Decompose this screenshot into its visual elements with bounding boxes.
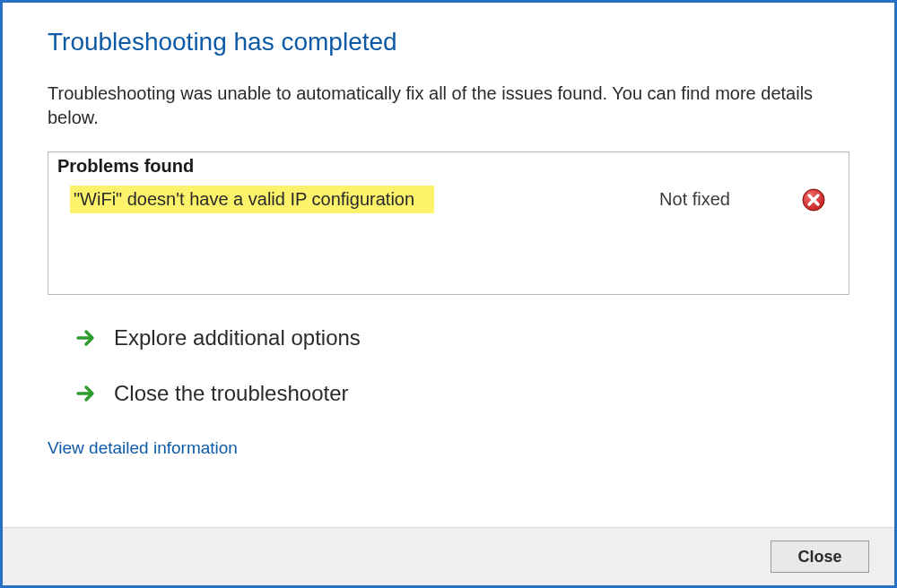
close-troubleshooter-action[interactable]: Close the troubleshooter — [76, 381, 849, 406]
problem-text-wrap: "WiFi" doesn't have a valid IP configura… — [70, 186, 659, 213]
view-detailed-info-link[interactable]: View detailed information — [48, 437, 849, 458]
page-title: Troubleshooting has completed — [48, 28, 849, 56]
explore-options-action[interactable]: Explore additional options — [76, 325, 849, 350]
content-area: Troubleshooting has completed Troublesho… — [3, 3, 894, 527]
arrow-right-icon — [76, 384, 96, 403]
action-label: Close the troubleshooter — [114, 381, 349, 406]
arrow-right-icon — [76, 328, 96, 348]
problem-status: Not fixed — [659, 189, 730, 210]
error-icon — [802, 188, 825, 212]
problem-description: "WiFi" doesn't have a valid IP configura… — [70, 186, 434, 213]
problems-header: Problems found — [48, 152, 849, 182]
problems-found-box: Problems found "WiFi" doesn't have a val… — [48, 151, 849, 295]
description-text: Troubleshooting was unable to automatica… — [48, 82, 849, 130]
action-label: Explore additional options — [114, 325, 361, 350]
actions-list: Explore additional options Close the tro… — [48, 325, 849, 406]
footer-bar: Close — [3, 527, 894, 585]
close-button[interactable]: Close — [771, 540, 869, 573]
problem-row[interactable]: "WiFi" doesn't have a valid IP configura… — [48, 182, 849, 217]
troubleshooter-window: Troubleshooting has completed Troublesho… — [0, 0, 897, 588]
